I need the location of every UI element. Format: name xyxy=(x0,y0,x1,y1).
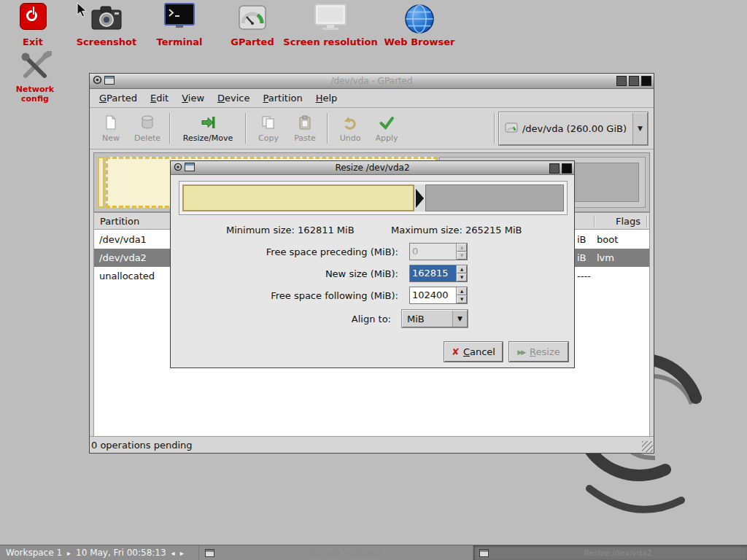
spin-up-icon[interactable]: ▲ xyxy=(457,244,467,252)
new-size-input[interactable]: 162815 ▲ ▼ xyxy=(409,265,468,282)
window-app-icon xyxy=(185,163,195,174)
desktop-icon-network-config[interactable]: Network config xyxy=(1,51,69,104)
toolbar-separator xyxy=(169,113,171,144)
spinner: ▲ ▼ xyxy=(456,265,467,281)
free-space-preceding-input[interactable]: 0 ▲ ▼ xyxy=(409,243,468,260)
toolbar-resize-move-button[interactable]: Resize/Move xyxy=(174,109,241,147)
free-space-following-input[interactable]: 102400 ▲ ▼ xyxy=(409,287,468,304)
close-button[interactable] xyxy=(562,163,572,174)
toolbar-delete-button[interactable]: Delete xyxy=(129,109,166,147)
pending-operations-text: 0 operations pending xyxy=(91,440,193,451)
device-selector[interactable]: /dev/vda (260.00 GiB) ▼ xyxy=(499,112,648,145)
disk-icon xyxy=(505,122,518,136)
desktop-icon-web-browser[interactable]: Web Browser xyxy=(376,3,463,47)
minimize-button[interactable] xyxy=(616,76,627,86)
toolbar-new-button[interactable]: New xyxy=(93,109,129,147)
cancel-button[interactable]: ✘ Cancel xyxy=(444,342,503,362)
task-window-icon xyxy=(479,549,489,557)
resize-move-icon xyxy=(200,114,216,133)
new-partition-icon xyxy=(103,114,119,133)
resize-button-label: Resize xyxy=(530,346,560,357)
spinner: ▲ ▼ xyxy=(456,287,467,303)
minimum-size-text: Minimum size: 162811 MiB xyxy=(226,225,355,236)
gparted-titlebar[interactable]: /dev/vda - GParted xyxy=(90,74,654,89)
partition-vda1-block[interactable] xyxy=(98,157,104,208)
resize-visual xyxy=(179,181,568,215)
desktop-icon-label: GParted xyxy=(216,36,289,47)
desktop-icon-label: Terminal xyxy=(143,36,216,47)
toolbar-apply-button[interactable]: Apply xyxy=(368,109,405,147)
camera-icon xyxy=(70,3,143,35)
column-divider xyxy=(646,215,647,227)
menu-help[interactable]: Help xyxy=(309,90,344,106)
dialog-titlebar[interactable]: Resize /dev/vda2 xyxy=(171,161,574,175)
spin-up-icon[interactable]: ▲ xyxy=(457,265,467,273)
window-menu-icon[interactable] xyxy=(174,163,182,174)
chevron-down-icon[interactable]: ▼ xyxy=(632,113,647,144)
resize-drag-handle[interactable] xyxy=(414,184,425,211)
toolbar-copy-button[interactable]: Copy xyxy=(250,109,287,147)
desktop: Exit Screenshot Terminal xyxy=(0,0,747,560)
window-title: /dev/vda - GParted xyxy=(90,76,654,86)
window-app-icon xyxy=(104,76,115,87)
desktop-icon-label: Exit xyxy=(7,36,58,47)
maximum-size-text: Maximum size: 265215 MiB xyxy=(391,225,522,236)
chevron-down-icon: ▼ xyxy=(452,311,467,327)
workspace-next-icon[interactable]: ▸ xyxy=(67,549,71,557)
desktop-icon-gparted[interactable]: GParted xyxy=(216,3,289,47)
spin-down-icon[interactable]: ▼ xyxy=(457,273,467,281)
maximize-button[interactable] xyxy=(549,163,560,174)
menu-device[interactable]: Device xyxy=(211,90,256,106)
desktop-icon-exit[interactable]: Exit xyxy=(7,3,58,47)
toolbar-separator xyxy=(327,113,328,144)
clock: 10 May, Fri 00:58:13 xyxy=(76,548,166,558)
spin-down-icon[interactable]: ▼ xyxy=(457,295,467,303)
menu-view[interactable]: View xyxy=(175,90,211,106)
workspace-label[interactable]: Workspace 1 xyxy=(6,548,62,558)
maximize-button[interactable] xyxy=(629,76,639,86)
toolbar-label: Apply xyxy=(375,133,398,143)
task-window-icon xyxy=(205,549,214,557)
resize-partition-block[interactable] xyxy=(182,184,414,211)
spin-down-icon[interactable]: ▼ xyxy=(457,252,467,260)
dialog-title: Resize /dev/vda2 xyxy=(171,163,574,173)
spin-up-icon[interactable]: ▲ xyxy=(457,287,467,295)
resize-button[interactable]: ▶▶ Resize xyxy=(509,342,568,362)
input-value-selected: 162815 xyxy=(410,265,456,281)
desktop-icon-label: Screenshot xyxy=(70,36,143,47)
taskbar-task-gparted[interactable]: /dev/vda - GParted xyxy=(198,545,473,560)
free-space-following-label: Free space following (MiB): xyxy=(179,290,409,301)
menu-edit[interactable]: Edit xyxy=(144,90,175,106)
partition-name-cell: /dev/vda1 xyxy=(99,234,147,245)
status-bar: 0 operations pending xyxy=(90,436,654,453)
resize-free-space-block[interactable] xyxy=(425,184,564,211)
column-header-flags[interactable]: Flags xyxy=(616,216,640,227)
size-fragment-cell: iB xyxy=(577,234,587,245)
taskbar-task-resize-dialog[interactable]: Resize /dev/vda2 xyxy=(473,545,747,560)
menu-partition[interactable]: Partition xyxy=(257,90,309,106)
clock-prev-icon[interactable]: ◂ xyxy=(171,549,175,557)
partition-name-cell: unallocated xyxy=(99,271,155,281)
clock-next-icon[interactable]: ▸ xyxy=(180,549,184,557)
partition-name-cell: /dev/vda2 xyxy=(99,252,147,263)
menu-bar: GParted Edit View Device Partition Help xyxy=(90,89,654,108)
desktop-icon-terminal[interactable]: Terminal xyxy=(143,3,216,47)
menu-gparted[interactable]: GParted xyxy=(93,90,144,106)
align-to-dropdown[interactable]: MiB ▼ xyxy=(402,310,468,327)
copy-icon xyxy=(260,114,276,133)
resize-grip[interactable] xyxy=(642,441,653,452)
desktop-icon-screen-resolution[interactable]: Screen resolution xyxy=(279,3,382,47)
toolbar-paste-button[interactable]: Paste xyxy=(287,109,323,147)
toolbar-undo-button[interactable]: Undo xyxy=(332,109,368,147)
desktop-icon-screenshot[interactable]: Screenshot xyxy=(70,3,143,47)
align-to-label: Align to: xyxy=(179,314,402,324)
column-header-partition[interactable]: Partition xyxy=(100,216,139,227)
gparted-disk-icon xyxy=(216,3,289,35)
close-button[interactable] xyxy=(641,76,651,86)
window-menu-icon[interactable] xyxy=(93,75,102,87)
resize-dialog: Resize /dev/vda2 Minimum size: 162811 Mi… xyxy=(170,160,575,368)
undo-icon xyxy=(342,114,358,133)
apply-check-icon xyxy=(379,114,395,133)
resize-arrows-icon: ▶▶ xyxy=(517,349,526,356)
taskbar: Workspace 1 ▸ 10 May, Fri 00:58:13 ◂ ▸ /… xyxy=(0,545,747,560)
